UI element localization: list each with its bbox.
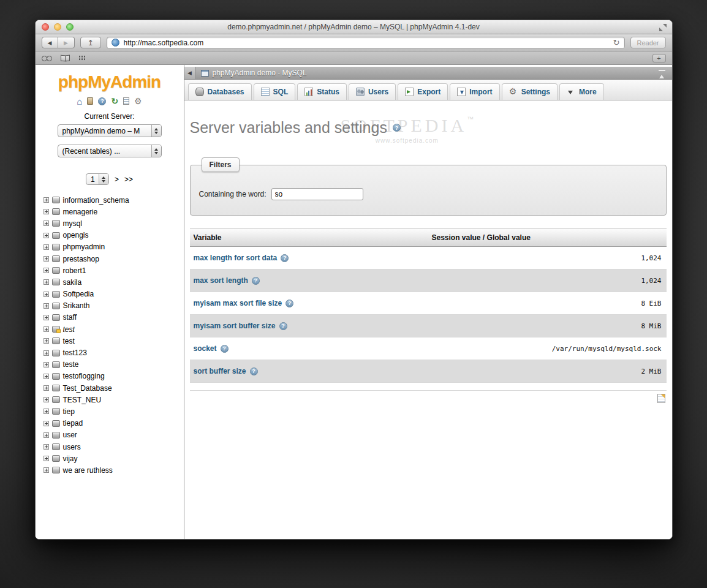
url-input[interactable] — [124, 39, 609, 47]
database-name-link[interactable]: user — [63, 431, 77, 439]
doc-help-icon[interactable] — [279, 322, 287, 330]
doc-help-icon[interactable] — [252, 277, 260, 285]
filter-word-input[interactable] — [271, 188, 363, 200]
database-name-link[interactable]: test — [63, 325, 75, 334]
expand-icon[interactable] — [43, 374, 49, 379]
page-number-select[interactable]: 1 — [86, 173, 109, 185]
bookmarks-book-icon[interactable] — [61, 55, 70, 61]
database-name-link[interactable]: Srikanth — [63, 301, 90, 310]
expand-icon[interactable] — [43, 256, 49, 262]
database-name-link[interactable]: tiep — [63, 407, 75, 416]
database-name-link[interactable]: phpmyadmin — [63, 243, 105, 251]
database-name-link[interactable]: staff — [63, 313, 77, 322]
reload-icon[interactable]: ↻ — [613, 38, 620, 47]
database-name-link[interactable]: mysql — [63, 219, 82, 228]
doc-help-icon[interactable] — [393, 124, 401, 132]
expand-icon[interactable] — [43, 326, 49, 332]
variable-name-link[interactable]: myisam sort buffer size — [194, 322, 276, 330]
expand-icon[interactable] — [43, 315, 49, 320]
database-name-link[interactable]: menagerie — [63, 208, 98, 216]
minimize-button[interactable] — [54, 23, 61, 31]
expand-icon[interactable] — [43, 350, 49, 356]
expand-icon[interactable] — [43, 221, 49, 226]
collapse-sidebar-button[interactable]: ◀ — [184, 67, 196, 79]
expand-icon[interactable] — [43, 456, 49, 461]
expand-icon[interactable] — [43, 444, 49, 450]
close-button[interactable] — [42, 23, 49, 31]
variable-name-link[interactable]: max length for sort data — [194, 254, 278, 262]
expand-icon[interactable] — [43, 362, 49, 368]
tab-settings[interactable]: Settings — [502, 83, 558, 100]
address-bar[interactable]: ↻ — [107, 37, 625, 49]
doc-help-icon[interactable] — [281, 254, 289, 262]
scroll-top-icon[interactable] — [659, 70, 665, 77]
expand-icon[interactable] — [43, 244, 49, 250]
page-icon[interactable] — [657, 394, 665, 403]
expand-icon[interactable] — [43, 432, 49, 438]
titlebar[interactable]: demo.phpmyadmin.net / phpMyAdmin demo – … — [36, 20, 672, 34]
database-name-link[interactable]: vijay — [63, 454, 78, 463]
refresh-icon[interactable]: ↻ — [111, 96, 118, 106]
next-page-link[interactable]: > — [115, 175, 119, 184]
database-name-link[interactable]: sakila — [63, 278, 82, 287]
back-button[interactable]: ◀ — [42, 37, 58, 48]
database-name-link[interactable]: opengis — [63, 231, 89, 239]
top-sites-grid-icon[interactable] — [78, 55, 86, 61]
doc-help-icon[interactable] — [221, 345, 229, 353]
expand-icon[interactable] — [43, 467, 49, 473]
database-name-link[interactable]: we are ruthless — [63, 466, 113, 475]
expand-icon[interactable] — [43, 268, 49, 273]
share-button[interactable]: ↥ — [80, 37, 101, 48]
expand-icon[interactable] — [43, 292, 49, 297]
variable-name-link[interactable]: myisam max sort file size — [194, 299, 282, 307]
expand-icon[interactable] — [43, 397, 49, 402]
expand-icon[interactable] — [43, 209, 49, 214]
tab-export[interactable]: Export — [398, 83, 448, 100]
expand-icon[interactable] — [43, 197, 49, 203]
database-name-link[interactable]: prestashop — [63, 255, 99, 263]
tab-sql[interactable]: SQL — [254, 83, 296, 100]
database-name-link[interactable]: test — [63, 337, 75, 345]
database-name-link[interactable]: users — [63, 443, 81, 451]
tab-databases[interactable]: Databases — [188, 83, 252, 100]
last-page-link[interactable]: >> — [124, 175, 133, 184]
forward-button[interactable]: ▶ — [58, 37, 75, 48]
variable-name-link[interactable]: max sort length — [194, 276, 248, 285]
server-select[interactable]: phpMyAdmin demo – M — [58, 124, 162, 137]
docs-icon[interactable] — [123, 97, 129, 105]
expand-icon[interactable] — [43, 338, 49, 344]
doc-help-icon[interactable] — [250, 368, 258, 375]
reader-button[interactable]: Reader — [630, 37, 666, 48]
logout-icon[interactable] — [87, 97, 93, 105]
database-name-link[interactable]: TEST_NEU — [63, 396, 102, 404]
fullscreen-icon[interactable] — [659, 24, 667, 31]
database-name-link[interactable]: information_schema — [63, 196, 129, 205]
tab-more[interactable]: More — [559, 83, 604, 100]
database-name-link[interactable]: Softpedia — [63, 290, 94, 298]
database-name-link[interactable]: robert1 — [63, 266, 86, 275]
database-name-link[interactable]: test123 — [63, 349, 87, 357]
database-name-link[interactable]: teste — [63, 360, 79, 369]
variable-name-link[interactable]: socket — [194, 344, 217, 353]
zoom-button[interactable] — [66, 23, 74, 31]
help-icon[interactable] — [98, 97, 106, 105]
expand-icon[interactable] — [43, 303, 49, 309]
settings-wrench-icon[interactable]: ⚙ — [134, 96, 142, 106]
new-tab-button[interactable]: + — [652, 54, 666, 62]
recent-tables-select[interactable]: (Recent tables) ... — [58, 145, 162, 157]
reading-list-icon[interactable] — [42, 56, 52, 61]
variable-name-link[interactable]: sort buffer size — [194, 367, 246, 375]
doc-help-icon[interactable] — [285, 300, 293, 307]
expand-icon[interactable] — [43, 385, 49, 391]
expand-icon[interactable] — [43, 409, 49, 414]
expand-icon[interactable] — [43, 421, 49, 426]
home-icon[interactable]: ⌂ — [77, 96, 82, 107]
database-name-link[interactable]: Test_Database — [63, 384, 112, 393]
database-name-link[interactable]: testoflogging — [63, 372, 105, 380]
expand-icon[interactable] — [43, 233, 49, 238]
tab-import[interactable]: Import — [450, 83, 499, 100]
tab-users[interactable]: Users — [349, 83, 396, 100]
expand-icon[interactable] — [43, 279, 49, 285]
tab-status[interactable]: Status — [297, 83, 347, 100]
database-name-link[interactable]: tiepad — [63, 419, 83, 428]
